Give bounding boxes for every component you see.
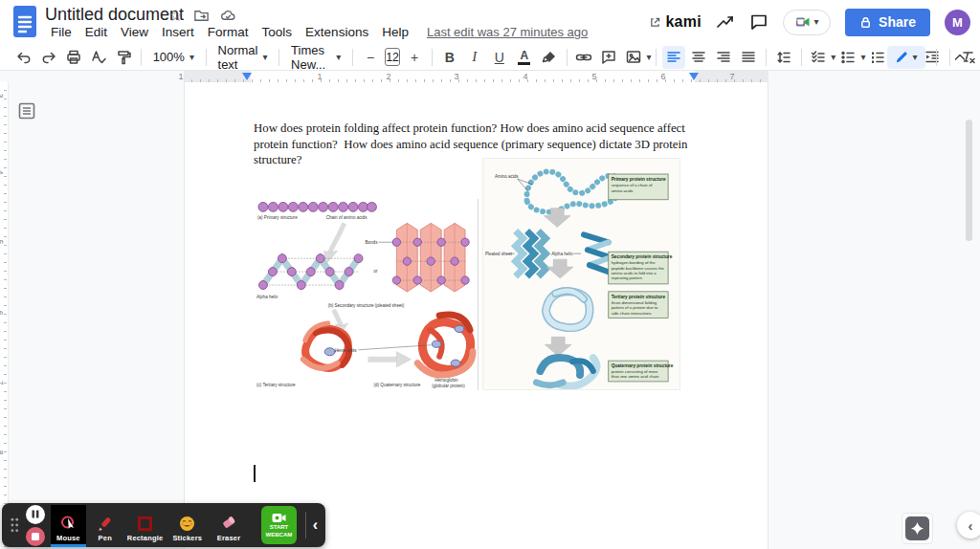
tertiary-structure-blob (303, 323, 349, 368)
print-button[interactable] (62, 46, 85, 69)
kami-tool-rectangle[interactable]: Rectangle (124, 505, 167, 545)
pen-icon (97, 516, 113, 532)
account-avatar[interactable]: M (945, 10, 970, 35)
ruler-number: 1 (178, 72, 183, 81)
caret-down-icon[interactable]: ▾ (646, 53, 651, 62)
zoom-select[interactable]: 100% ▾ (146, 46, 201, 69)
collapse-kami-toolbar-button[interactable]: ‹ (313, 516, 325, 534)
checklist-button[interactable] (807, 46, 830, 69)
protein-structure-figure-right[interactable]: Amino acids Primary protein structure se… (482, 158, 680, 390)
kami-extension-button[interactable]: kami (650, 13, 702, 31)
caret-down-icon[interactable]: ▾ (860, 53, 865, 62)
show-document-outline-button[interactable] (18, 102, 35, 120)
align-center-button[interactable] (687, 46, 710, 69)
vertical-ruler[interactable]: 3 4 5 6 7 8 (0, 82, 9, 549)
header-actions: kami ▾ S (650, 6, 970, 38)
italic-button[interactable]: I (463, 46, 486, 69)
numbered-list-button[interactable] (866, 46, 889, 69)
decrease-font-size-button[interactable]: − (359, 46, 382, 69)
ruler-number: 6 (0, 311, 5, 316)
meet-call-button[interactable]: ▾ (783, 10, 831, 35)
text-color-button[interactable]: A (513, 46, 536, 69)
down-arrow (546, 259, 573, 278)
document-title-actions: ☆ (168, 8, 236, 24)
google-docs-logo[interactable] (12, 5, 37, 38)
bold-button[interactable]: B (438, 46, 461, 69)
kami-tool-eraser[interactable]: Eraser (209, 505, 249, 545)
horizontal-ruler[interactable]: 1 1 2 3 4 5 6 7 (0, 70, 980, 82)
align-left-button[interactable] (662, 46, 685, 69)
activity-dashboard-icon[interactable] (716, 12, 735, 32)
line-spacing-button[interactable] (772, 46, 795, 69)
insert-image-button[interactable] (622, 46, 645, 69)
protein-structure-figure-left[interactable]: (a) Primary structure Chain of amino aci… (254, 199, 479, 390)
font-family-select[interactable]: Times New... ▾ (284, 46, 347, 69)
kami-tool-label: Pen (99, 534, 112, 542)
align-right-button[interactable] (712, 46, 735, 69)
tertiary-structure-blob (546, 291, 590, 328)
quaternary-structure-blob (417, 315, 473, 375)
menu-view[interactable]: View (114, 23, 155, 41)
ruler-number: 4 (523, 72, 527, 81)
paragraph-style-select[interactable]: Normal text ▾ (212, 46, 275, 69)
primary-structure-box: Primary protein structure sequence of a … (609, 174, 668, 200)
cloud-saved-icon[interactable] (220, 8, 236, 24)
caption-quaternary: (d) Quaternary structure (373, 383, 420, 387)
toolbar-separator (352, 49, 353, 66)
highlight-color-button[interactable] (538, 46, 561, 69)
underline-button[interactable]: U (488, 46, 511, 69)
menu-help[interactable]: Help (375, 23, 415, 41)
redo-button[interactable] (37, 46, 60, 69)
hemoglobin-label: Hemoglobin (434, 378, 458, 383)
start-webcam-button[interactable]: START WEBCAM (261, 506, 297, 544)
undo-button[interactable] (12, 46, 35, 69)
spellcheck-button[interactable] (87, 46, 110, 69)
explore-button[interactable] (905, 516, 929, 540)
webcam-label-line1: START (270, 524, 289, 531)
hide-menus-button[interactable] (948, 46, 971, 69)
left-indent-marker[interactable] (242, 73, 252, 80)
last-edit-status[interactable]: Last edit was 27 minutes ago (427, 25, 588, 39)
vertical-scrollbar-thumb[interactable] (966, 120, 972, 241)
paint-format-button[interactable] (112, 46, 135, 69)
bulleted-list-button[interactable] (836, 46, 859, 69)
kami-tool-stickers[interactable]: Stickers (167, 505, 209, 545)
document-area: 3 4 5 6 7 8 How does protein folding aff… (0, 82, 980, 549)
move-to-folder-icon[interactable] (193, 8, 210, 24)
tertiary-structure-box: Tertiary protein structure three-dimensi… (609, 292, 668, 318)
insert-link-button[interactable] (572, 46, 595, 69)
alpha-helix-label: Alpha helix (551, 252, 573, 256)
kami-tool-label: Stickers (172, 534, 202, 542)
kami-tool-mouse[interactable]: Mouse (51, 505, 86, 545)
add-comment-button[interactable] (597, 46, 620, 69)
heme-units-label: Heme units (334, 348, 357, 353)
star-icon[interactable]: ☆ (168, 8, 183, 24)
menu-edit[interactable]: Edit (78, 23, 114, 41)
amino-acid-chain (258, 202, 376, 211)
pause-button[interactable] (26, 505, 45, 524)
comments-icon[interactable] (749, 12, 768, 32)
menu-tools[interactable]: Tools (256, 23, 300, 41)
pleated-sheet-label: Pleated sheet (485, 252, 513, 256)
kami-tool-pen[interactable]: Pen (86, 505, 123, 545)
quaternary-structure-box: Quaternary protein structure protein con… (609, 361, 674, 382)
justify-button[interactable] (737, 46, 760, 69)
caret-down-icon[interactable]: ▾ (831, 53, 835, 62)
menu-format[interactable]: Format (201, 23, 256, 41)
menu-insert[interactable]: Insert (155, 23, 201, 41)
ruler-number: 3 (0, 94, 5, 99)
font-size-input[interactable]: 12 (385, 48, 400, 66)
increase-font-size-button[interactable]: + (403, 46, 426, 69)
drag-handle-icon[interactable] (10, 514, 19, 537)
document-page[interactable]: How does protein folding affect protein … (184, 82, 768, 549)
document-title[interactable]: Untitled document (45, 5, 184, 25)
menu-extensions[interactable]: Extensions (299, 23, 375, 41)
menu-file[interactable]: File (44, 23, 78, 41)
right-indent-marker[interactable] (689, 73, 699, 80)
editing-mode-button[interactable]: ▾ (887, 46, 925, 69)
stop-button[interactable] (26, 527, 45, 546)
svg-text:Quaternary protein structure: Quaternary protein structure (612, 363, 674, 368)
side-panel-toggle-button[interactable]: ‹ (957, 512, 980, 538)
share-button[interactable]: Share (845, 9, 930, 36)
external-link-icon (650, 17, 660, 28)
